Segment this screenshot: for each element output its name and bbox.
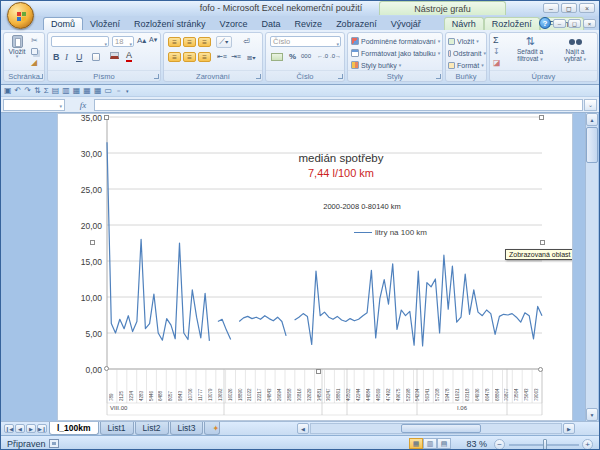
copy-icon[interactable] xyxy=(31,48,38,55)
ribbon-tab-zobrazen-[interactable]: Zobrazení xyxy=(329,18,384,30)
alignment-dialog-launcher[interactable] xyxy=(256,74,261,79)
format-as-table-button[interactable]: Formátovat jako tabulku▾ xyxy=(348,47,442,59)
ribbon-tab-rozlo-en-[interactable]: Rozložení xyxy=(484,17,540,30)
autosum-icon[interactable]: Σ xyxy=(493,35,501,45)
horizontal-scrollbar[interactable]: ◀ ▶ xyxy=(297,423,577,434)
zoom-level[interactable]: 83 % xyxy=(466,439,487,449)
prev-sheet-icon[interactable]: ◀ xyxy=(15,424,25,433)
wrap-text-icon[interactable]: ⏎ xyxy=(242,36,251,47)
table-icon[interactable]: ▦ xyxy=(73,86,81,96)
bold-button[interactable]: B xyxy=(52,51,61,63)
window-icon[interactable]: ▭ xyxy=(104,86,112,96)
font-size-combo[interactable]: 18▾ xyxy=(112,36,134,47)
grid-icon[interactable]: ▦ xyxy=(94,86,102,96)
customize-qat-icon[interactable]: ▾ xyxy=(126,86,129,96)
number-format-combo[interactable]: Číslo▾ xyxy=(270,36,341,47)
first-sheet-icon[interactable]: ❙◀ xyxy=(4,424,14,433)
fill-icon[interactable]: ↧ xyxy=(493,47,501,56)
accounting-format-icon[interactable] xyxy=(271,53,283,61)
chart-median-value[interactable]: 7,44 l/100 km xyxy=(236,167,446,179)
equals-icon[interactable]: ﹦ xyxy=(115,86,123,96)
grow-font-icon[interactable]: A▴ xyxy=(136,35,147,46)
scroll-right-icon[interactable]: ▶ xyxy=(563,423,575,434)
ribbon-tab-data[interactable]: Data xyxy=(255,18,288,30)
scroll-left-icon[interactable]: ◀ xyxy=(297,423,309,434)
close-icon[interactable]: × xyxy=(579,3,595,13)
page-layout-view-icon[interactable]: ▥ xyxy=(423,438,437,449)
undo-icon[interactable]: ↶ xyxy=(15,86,22,96)
normal-view-icon[interactable]: ▦ xyxy=(409,438,423,449)
chart-subtitle-range[interactable]: 2000-2008 0-80140 km xyxy=(257,202,467,211)
zoom-out-icon[interactable]: − xyxy=(494,439,505,450)
ribbon-tab-vlo-en-[interactable]: Vložení xyxy=(83,18,127,30)
align-middle-icon[interactable]: ≡ xyxy=(183,37,196,47)
minimize-icon[interactable]: – xyxy=(543,3,559,13)
align-center-icon[interactable]: ≡ xyxy=(183,52,196,62)
ribbon-tab-rozlo-en-str-nky[interactable]: Rozložení stránky xyxy=(127,18,213,30)
vertical-scroll-thumb[interactable] xyxy=(586,127,598,163)
decrease-decimal-icon[interactable]: .0→ xyxy=(329,52,342,60)
help-icon[interactable]: ? xyxy=(539,17,551,29)
name-box-dropdown-icon[interactable]: ▾ xyxy=(59,103,62,109)
conditional-formatting-button[interactable]: Podmíněné formátování▾ xyxy=(348,35,442,47)
sheet-tab-l_100km[interactable]: l_100km xyxy=(49,422,99,435)
clear-icon[interactable]: ◪ xyxy=(493,58,501,67)
scroll-up-icon[interactable]: ▲ xyxy=(586,113,598,126)
plot-area-selection-handle[interactable] xyxy=(538,367,543,372)
sum-icon[interactable]: Σ xyxy=(44,86,49,96)
styles-dialog-launcher[interactable] xyxy=(436,74,441,79)
plot-area-selection-handle[interactable] xyxy=(90,240,95,245)
decrease-indent-icon[interactable]: ⇤≡ xyxy=(216,52,228,62)
percent-style-icon[interactable]: % xyxy=(288,51,297,62)
fill-color-icon[interactable] xyxy=(110,52,119,59)
align-right-icon[interactable]: ≡ xyxy=(198,52,211,62)
zoom-slider-thumb[interactable] xyxy=(543,439,547,450)
sheet-tab-list1[interactable]: List1 xyxy=(100,422,134,435)
ribbon-tab-revize[interactable]: Revize xyxy=(288,18,330,30)
cut-icon[interactable]: ✂ xyxy=(31,36,38,45)
macro-record-icon[interactable] xyxy=(49,439,59,448)
ribbon-tab-v-voj-[interactable]: Vývojář xyxy=(384,18,428,30)
name-box[interactable]: ▾ xyxy=(3,99,65,111)
workbook-restore-icon[interactable]: ◻ xyxy=(568,19,581,28)
workbook-minimize-icon[interactable]: – xyxy=(553,19,566,28)
borders-icon[interactable]: ▦ xyxy=(83,86,91,96)
formula-input[interactable] xyxy=(94,99,583,111)
chart-sheet[interactable]: 0,005,0010,0015,0020,0025,0030,0035,00 7… xyxy=(57,113,573,421)
format-painter-icon[interactable]: ◢ xyxy=(31,58,38,67)
borders-icon[interactable] xyxy=(92,53,100,61)
plot-area-selection-handle[interactable] xyxy=(540,240,545,245)
ribbon-tab-dom-[interactable]: Domů xyxy=(43,17,83,30)
sort-filter-button[interactable]: ⇅ Seřadit afiltrovat ▾ xyxy=(508,35,552,63)
increase-decimal-icon[interactable]: ←.0 xyxy=(316,52,329,60)
merge-center-icon[interactable]: ⧈▾ xyxy=(246,52,257,64)
sheet-tab-list3[interactable]: List3 xyxy=(170,422,204,435)
sort-ascending-icon[interactable]: ⇅ xyxy=(34,86,41,96)
chart-title-median[interactable]: medián spotřeby xyxy=(236,152,446,164)
font-name-combo[interactable]: ▾ xyxy=(51,36,109,47)
redo-icon[interactable]: ↷ xyxy=(24,86,31,96)
align-bottom-icon[interactable]: ≡ xyxy=(198,37,211,47)
paste-button[interactable]: Vložit ▾ xyxy=(6,35,28,58)
chart-legend[interactable]: litry na 100 km xyxy=(354,228,427,237)
plot-area-selection-handle[interactable] xyxy=(539,115,544,120)
ribbon-tab-n-vrh[interactable]: Návrh xyxy=(444,17,484,30)
vertical-scrollbar[interactable]: ▲ ▼ xyxy=(585,113,598,421)
ribbon-tab-vzorce[interactable]: Vzorce xyxy=(213,18,255,30)
increase-indent-icon[interactable]: ⇥≡ xyxy=(230,52,242,62)
italic-button[interactable]: I xyxy=(64,51,69,63)
horizontal-scroll-thumb[interactable] xyxy=(401,424,481,433)
comma-style-icon[interactable]: 000 xyxy=(300,52,312,60)
scroll-down-icon[interactable]: ▼ xyxy=(586,408,598,421)
chart-icon[interactable]: ▥ xyxy=(62,86,70,96)
paste-icon[interactable]: ▤ xyxy=(52,86,60,96)
font-color-icon[interactable]: A xyxy=(126,50,132,62)
plot-area-selection-handle[interactable] xyxy=(316,369,321,374)
next-sheet-icon[interactable]: ▶ xyxy=(26,424,36,433)
last-sheet-icon[interactable]: ▶❙ xyxy=(37,424,47,433)
office-button[interactable] xyxy=(7,2,34,29)
page-break-view-icon[interactable]: ▤ xyxy=(437,438,451,449)
restore-icon[interactable]: ◻ xyxy=(561,3,577,13)
align-top-icon[interactable]: ≡ xyxy=(168,37,181,47)
sheet-tab-list2[interactable]: List2 xyxy=(135,422,169,435)
